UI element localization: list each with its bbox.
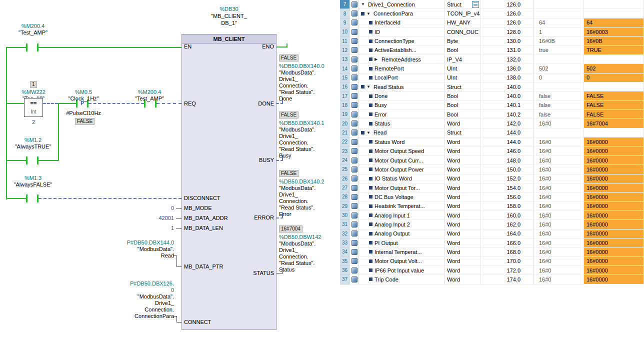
- datatype-cell[interactable]: HW_ANY: [445, 18, 481, 28]
- datatype-cell[interactable]: Word: [445, 211, 481, 220]
- datatype-picker-button[interactable]: [472, 1, 479, 8]
- start-value-cell[interactable]: 16#0: [534, 230, 584, 238]
- start-value-cell[interactable]: 16#0: [534, 275, 584, 284]
- start-value-cell[interactable]: false: [534, 110, 584, 119]
- operand-address[interactable]: %DB50.DBX140.2: [279, 178, 324, 185]
- status-operand[interactable]: 16#7004 %DB50.DBW142 "ModbusData". Drive…: [279, 226, 321, 273]
- datatype-cell[interactable]: Bool: [445, 101, 481, 110]
- db-table-row[interactable]: 23 Motor Output Speed Word 146.0 16#0 16…: [340, 147, 644, 156]
- db-table-row[interactable]: 11 ConnectionType Byte 130.0 16#0B 16#0B: [340, 36, 644, 46]
- db-table-row[interactable]: 35 Motor Output Volt... Word 170.0 16#0 …: [340, 257, 644, 266]
- db-table-row[interactable]: 28 DC Bus Voltage Word 156.0 16#0 16#000…: [340, 192, 644, 202]
- start-value-cell[interactable]: 16#0: [534, 202, 584, 211]
- name-cell[interactable]: ▼ Drive1_Connection: [359, 0, 445, 9]
- start-value-cell[interactable]: 16#0: [534, 220, 584, 229]
- instance-db-name[interactable]: DB_1": [189, 20, 269, 26]
- datatype-cell[interactable]: Word: [445, 138, 481, 146]
- datatype-cell[interactable]: Word: [445, 275, 481, 284]
- name-cell[interactable]: Motor Output Curr...: [359, 156, 445, 165]
- datatype-cell[interactable]: Struct: [445, 0, 481, 9]
- expand-arrow-icon[interactable]: ▼: [361, 2, 366, 6]
- datatype-cell[interactable]: Bool: [445, 46, 481, 55]
- start-value-cell[interactable]: 16#0: [534, 165, 584, 174]
- db-table-row[interactable]: 19 Error Bool 140.2 false FALSE: [340, 110, 644, 119]
- operand-address[interactable]: 0: [104, 287, 174, 294]
- datatype-cell[interactable]: Struct: [445, 82, 481, 92]
- name-cell[interactable]: RemotePort: [359, 64, 445, 73]
- mb-client-block[interactable]: MB_CLIENT: [182, 34, 276, 330]
- db-table-row[interactable]: 33 PI Output Word 166.0 16#0 16#0000: [340, 238, 644, 248]
- name-cell[interactable]: Done: [359, 92, 445, 100]
- contact-always-false[interactable]: [26, 194, 28, 202]
- start-value-cell[interactable]: 16#0: [534, 138, 584, 146]
- start-value-cell[interactable]: [534, 82, 584, 92]
- contact-test-amp-en[interactable]: [26, 44, 28, 52]
- name-cell[interactable]: IP66 Pot Input value: [359, 266, 445, 275]
- name-cell[interactable]: ▼ ConnectionPara: [359, 9, 445, 18]
- datatype-cell[interactable]: Word: [445, 220, 481, 229]
- db-table-row[interactable]: 12 ActiveEstablish... Bool 131.0 true TR…: [340, 46, 644, 55]
- db-table-row[interactable]: 18 Busy Bool 140.1 false FALSE: [340, 101, 644, 110]
- db-table-row[interactable]: 29 Heatsink Temperat... Word 158.0 16#0 …: [340, 202, 644, 211]
- db-table-row[interactable]: 25 Motor Output Power Word 150.0 16#0 16…: [340, 165, 644, 174]
- datatype-cell[interactable]: Word: [445, 248, 481, 256]
- name-cell[interactable]: PI Output: [359, 238, 445, 248]
- db-table-row[interactable]: 20 Status Word 142.0 16#0 16#7004: [340, 119, 644, 128]
- operand-address[interactable]: P#DB50.DBX144.0: [104, 240, 174, 246]
- operand-address[interactable]: %M200.4: [12, 23, 54, 30]
- start-value-cell[interactable]: 16#0: [534, 211, 584, 220]
- name-cell[interactable]: ActiveEstablish...: [359, 46, 445, 55]
- name-cell[interactable]: Error: [359, 110, 445, 119]
- name-cell[interactable]: Analog Input 1: [359, 211, 445, 220]
- name-cell[interactable]: Busy: [359, 101, 445, 110]
- operand-address[interactable]: %MW222: [12, 89, 55, 96]
- compare-operand-value[interactable]: 2: [24, 119, 43, 126]
- operand-path[interactable]: "ModbusData".: [104, 246, 174, 252]
- start-value-cell[interactable]: 16#0: [534, 156, 584, 165]
- start-value-cell[interactable]: 1: [534, 28, 584, 36]
- name-cell[interactable]: Trip Code: [359, 275, 445, 284]
- db-table-row[interactable]: 10 ID CONN_OUC 128.0 1 16#0003: [340, 28, 644, 36]
- start-value-cell[interactable]: 16#0: [534, 266, 584, 275]
- datatype-cell[interactable]: UInt: [445, 74, 481, 82]
- db-table-row[interactable]: 31 Analog Input 2 Word 162.0 16#0 16#000…: [340, 220, 644, 229]
- datatype-cell[interactable]: Word: [445, 257, 481, 266]
- name-cell[interactable]: Heatsink Temperat...: [359, 202, 445, 211]
- db-table-row[interactable]: 7 ▼ Drive1_Connection Struct 126.0: [340, 0, 644, 9]
- start-value-cell[interactable]: [534, 128, 584, 138]
- operand-name[interactable]: "AlwaysFALSE": [12, 182, 54, 188]
- datatype-cell[interactable]: Word: [445, 184, 481, 192]
- start-value-cell[interactable]: 16#0: [534, 238, 584, 248]
- expand-arrow-icon[interactable]: ▼: [366, 12, 371, 16]
- edge-memory-operand[interactable]: #PulseCl10Hz: [62, 110, 105, 116]
- operand-address[interactable]: %DB50.DBW142: [279, 234, 321, 240]
- db-table-row[interactable]: 27 Motor Output Tor... Word 154.0 16#0 1…: [340, 184, 644, 192]
- datatype-cell[interactable]: Word: [445, 202, 481, 211]
- name-cell[interactable]: ID: [359, 28, 445, 36]
- operand-name[interactable]: "Test_AMP": [12, 30, 54, 36]
- name-cell[interactable]: InterfaceId: [359, 18, 445, 28]
- start-value-cell[interactable]: 16#0: [534, 119, 584, 128]
- db-table-row[interactable]: 30 Analog Input 1 Word 160.0 16#0 16#000…: [340, 211, 644, 220]
- name-cell[interactable]: Internal Temperat...: [359, 248, 445, 256]
- datatype-cell[interactable]: Struct: [445, 128, 481, 138]
- operand-path[interactable]: Connection.: [104, 306, 174, 313]
- name-cell[interactable]: IO Status Word: [359, 174, 445, 184]
- error-operand[interactable]: FALSE %DB50.DBX140.2 "ModbusData". Drive…: [279, 170, 324, 218]
- operand-address[interactable]: %M0.5: [62, 89, 105, 96]
- start-value-cell[interactable]: [534, 55, 584, 64]
- operand-name[interactable]: "Clock_1Hz": [62, 96, 105, 102]
- db-table-row[interactable]: 13 ▶ RemoteAddress IP_V4 132.0: [340, 55, 644, 64]
- expand-arrow-icon[interactable]: ▶: [374, 57, 379, 62]
- start-value-cell[interactable]: [534, 9, 584, 18]
- datatype-cell[interactable]: Word: [445, 156, 481, 165]
- start-value-cell[interactable]: 16#0: [534, 248, 584, 256]
- busy-operand[interactable]: FALSE %DB50.DBX140.1 "ModbusData". Drive…: [279, 112, 324, 159]
- datatype-cell[interactable]: Byte: [445, 36, 481, 46]
- operand-path[interactable]: "ModbusData".: [104, 294, 174, 300]
- contact-always-true[interactable]: [26, 156, 28, 164]
- start-value-cell[interactable]: [534, 0, 584, 9]
- name-cell[interactable]: ▶ RemoteAddress: [359, 55, 445, 64]
- db-table-row[interactable]: 34 Internal Temperat... Word 168.0 16#0 …: [340, 248, 644, 256]
- start-value-cell[interactable]: 16#0B: [534, 36, 584, 46]
